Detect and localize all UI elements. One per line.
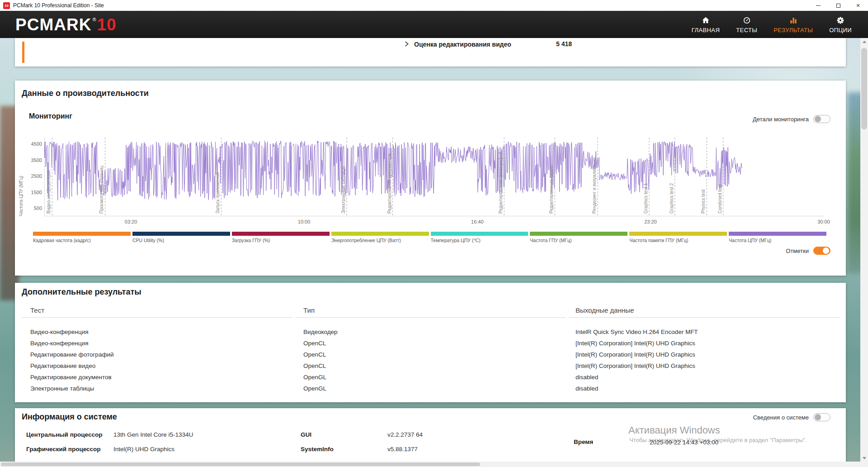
chart-marker-label: Редактирование видео (549, 165, 554, 214)
chart-marker-label: Запуск приложений (215, 172, 220, 214)
x-tick-label: 23:20 (644, 219, 657, 224)
chart-marker-label: Видео-конференция (46, 171, 51, 214)
score-row[interactable]: Оценка редактирования видео (405, 40, 511, 48)
chart-legend: Кадровая частота (кадр/с)CPU Utility (%)… (33, 232, 826, 243)
nav-home[interactable]: ГЛАВНАЯ (692, 16, 720, 33)
chart-marker-label: Physics test (701, 189, 706, 214)
score-value: 5 418 (556, 40, 572, 48)
result-cell: Редактирование документов (30, 372, 112, 383)
systeminfo-label: SystemInfo (301, 445, 334, 454)
maximize-icon (836, 4, 840, 8)
gpu-value: Intel(R) UHD Graphics (113, 445, 175, 454)
result-row: Редактирование видеоOpenCL[Intel(R) Corp… (15, 360, 846, 372)
result-cell: IntelR Quick Sync Video H.264 Encoder MF… (576, 326, 698, 338)
main-nav: ГЛАВНАЯ ТЕСТЫ РЕЗУЛЬТАТЫ ОПЦИИ (692, 16, 852, 33)
monitoring-details-row: Детали мониторинга (753, 115, 830, 123)
chart-marker-label: Рендеринг и визуализация (592, 157, 597, 214)
result-cell: [Intel(R) Corporation] Intel(R) UHD Grap… (576, 349, 695, 360)
gui-label: GUI (301, 430, 311, 439)
legend-item: CPU Utility (%) (132, 232, 230, 243)
toggle-knob (815, 116, 821, 122)
close-button[interactable]: ✕ (848, 0, 868, 11)
legend-color-bar (530, 232, 627, 236)
minimize-icon (816, 5, 821, 6)
result-row: Редактирование фотографийOpenCL[Intel(R)… (15, 349, 846, 360)
window-controls: ✕ (808, 0, 868, 11)
header-divider (295, 317, 566, 318)
nav-label: ОПЦИИ (829, 27, 852, 33)
gpu-label: Графический процессор (26, 445, 101, 454)
result-cell: disabled (576, 372, 598, 383)
result-cell: Редактирование видео (30, 360, 95, 372)
x-tick-label: 30:00 (817, 219, 830, 224)
legend-label: CPU Utility (%) (132, 238, 230, 243)
legend-color-bar (629, 232, 727, 236)
scroll-up-button[interactable] (860, 38, 868, 45)
column-header-type: Тип (303, 306, 315, 314)
nav-tests[interactable]: ТЕСТЫ (736, 16, 757, 33)
legend-color-bar (431, 232, 528, 236)
system-details-toggle[interactable] (813, 413, 830, 421)
vertical-scrollbar-thumb[interactable] (861, 48, 867, 129)
toggle-knob (823, 248, 829, 254)
chart-marker-label: Graphics test 2 (669, 183, 674, 214)
scroll-down-button[interactable] (860, 454, 868, 462)
nav-label: РЕЗУЛЬТАТЫ (774, 27, 813, 33)
nav-options[interactable]: ОПЦИИ (829, 16, 852, 33)
toggle-knob (815, 414, 821, 420)
scrollbar-corner (860, 462, 868, 467)
additional-results-title: Дополнительные результаты (22, 287, 142, 297)
legend-color-bar (331, 232, 429, 236)
window-title: PCMark 10 Professional Edition - Site (13, 2, 104, 9)
bar-chart-icon (789, 16, 798, 25)
legend-label: Частота ЦПУ (МГц) (729, 238, 826, 243)
chevron-right-icon (405, 40, 409, 48)
nav-results[interactable]: РЕЗУЛЬТАТЫ (774, 16, 813, 33)
y-tick-label: 1500 (25, 190, 42, 195)
horizontal-scrollbar-thumb[interactable] (1, 462, 480, 466)
windows-activation-watermark: Активация Windows (628, 424, 720, 436)
result-cell: [Intel(R) Corporation] Intel(R) UHD Grap… (576, 338, 695, 349)
result-row: Видео-конференцияOpenCL[Intel(R) Corpora… (15, 338, 846, 349)
monitoring-details-label: Детали мониторинга (753, 116, 809, 123)
legend-color-bar (132, 232, 230, 236)
result-row: Видео-конференцияВидеокодерIntelR Quick … (15, 326, 846, 338)
arrow-down-icon (863, 457, 866, 459)
vertical-scrollbar[interactable] (860, 38, 868, 462)
title-bar[interactable]: 10 PCMark 10 Professional Edition - Site… (0, 0, 868, 11)
score-label: Оценка редактирования видео (414, 41, 511, 48)
marks-toggle[interactable] (813, 247, 830, 255)
logo-brand: PCMARK (15, 16, 91, 33)
time-value: 2025-09-22 14:43 +03:00 (650, 438, 718, 447)
monitoring-details-toggle[interactable] (813, 115, 830, 123)
result-cell: Видеокодер (303, 326, 338, 338)
chart-marker-label: Просмотр веб-страниц (99, 166, 104, 214)
system-info-card: Информация о системе Сведения о системе … (15, 408, 846, 467)
maximize-button[interactable] (828, 0, 848, 11)
logo-number: 10 (97, 16, 117, 33)
cpu-label: Центральный процессор (26, 430, 102, 439)
legend-color-bar (232, 232, 330, 236)
app-window: 10 PCMark 10 Professional Edition - Site… (0, 0, 868, 467)
legend-item: Кадровая частота (кадр/с) (33, 232, 131, 243)
chart-marker-label: Редактирование фотографий (498, 152, 503, 214)
marks-row: Отметки (786, 247, 830, 255)
gear-icon (836, 16, 845, 25)
chart-marker-label: Graphics test 1 (643, 183, 648, 214)
result-cell: OpenCL (303, 360, 326, 372)
app-header: PCMARK®10 ГЛАВНАЯ ТЕСТЫ РЕЗУЛЬТАТЫ (0, 11, 868, 38)
home-icon (701, 16, 710, 25)
x-tick-label: 10:00 (298, 219, 311, 224)
performance-card: Данные о производительности Мониторинг Д… (15, 81, 846, 276)
minimize-button[interactable] (808, 0, 828, 11)
result-row: Редактирование документовOpenGLdisabled (15, 372, 846, 383)
performance-title: Данные о производительности (22, 89, 149, 98)
y-axis-title: Частота ЦПУ (МГц) (19, 138, 24, 216)
legend-label: Частота памяти ГПУ (МГц) (629, 238, 727, 243)
result-cell: Видео-конференция (30, 326, 89, 338)
result-cell: Видео-конференция (30, 338, 89, 349)
legend-item: Энергопотребление ЦПУ (Ватт) (331, 232, 429, 243)
results-page: Оценка редактирования видео 5 418 Данные… (0, 38, 868, 467)
legend-label: Частота ГПУ (МГц) (530, 238, 627, 243)
horizontal-scrollbar[interactable] (0, 462, 860, 467)
